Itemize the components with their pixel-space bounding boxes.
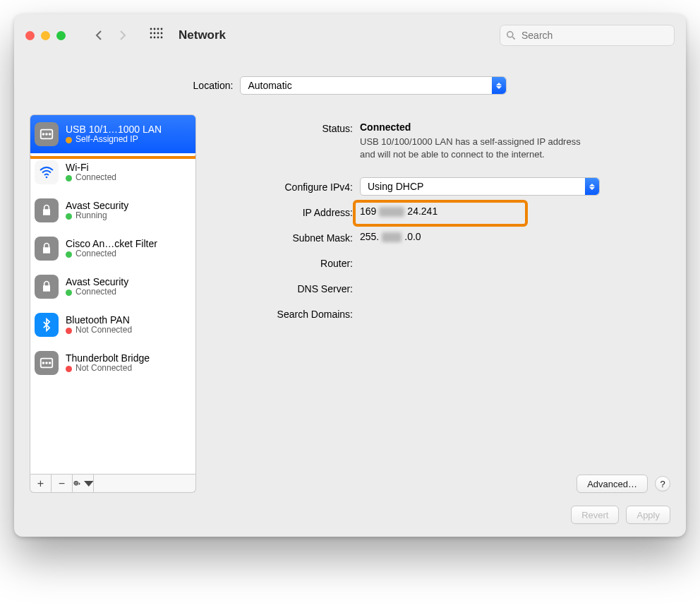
redacted-segment: [379, 207, 404, 217]
status-dot-icon: [66, 137, 72, 143]
dns-server-value: [360, 282, 670, 294]
search-input[interactable]: [500, 25, 675, 46]
subnet-mask-label: Subnet Mask:: [212, 231, 353, 244]
remove-interface-button[interactable]: −: [52, 475, 73, 492]
interface-status: Not Connected: [76, 364, 132, 374]
interface-actions-button[interactable]: [73, 475, 94, 492]
interface-name: Cisco An…cket Filter: [66, 238, 157, 249]
revert-button[interactable]: Revert: [571, 506, 619, 524]
svg-point-2: [157, 28, 159, 30]
interface-name: Avast Security: [66, 276, 128, 287]
configure-ipv4-label: Configure IPv4:: [212, 180, 353, 193]
svg-point-15: [43, 133, 44, 135]
interface-status: Connected: [76, 287, 116, 297]
svg-point-6: [157, 32, 159, 35]
status-description: USB 10/100/1000 LAN has a self-assigned …: [360, 136, 593, 160]
lock-icon: [35, 198, 59, 222]
status-label: Status:: [212, 121, 353, 172]
dns-server-label: DNS Server:: [212, 282, 353, 294]
router-label: Router:: [212, 256, 353, 269]
svg-point-5: [154, 32, 156, 35]
ethernet-icon: [35, 351, 59, 375]
window-toolbar: Network: [14, 14, 686, 56]
svg-point-3: [161, 28, 163, 30]
lock-icon: [35, 237, 59, 261]
sidebar-tools: + −: [30, 475, 196, 493]
search-field-wrap: [500, 25, 675, 46]
configure-ipv4-popup[interactable]: Using DHCP: [360, 177, 600, 196]
svg-point-8: [150, 37, 152, 39]
help-button[interactable]: ?: [655, 476, 670, 491]
svg-point-21: [46, 362, 47, 364]
status-dot-icon: [66, 366, 72, 372]
svg-point-11: [161, 37, 163, 39]
subnet-mask-suffix: .0.0: [404, 231, 421, 242]
location-row: Location: Automatic: [30, 76, 670, 95]
status-dot-icon: [66, 175, 72, 181]
status-dot-icon: [66, 290, 72, 296]
footer-buttons: Revert Apply: [30, 493, 670, 524]
router-value: [360, 256, 670, 269]
interface-item-wifi[interactable]: Wi-Fi Connected: [30, 153, 195, 191]
svg-point-17: [49, 133, 51, 135]
svg-point-10: [157, 37, 159, 39]
window-title: Network: [179, 28, 226, 42]
location-popup[interactable]: Automatic: [240, 76, 507, 95]
forward-button[interactable]: [111, 23, 135, 47]
interface-status: Connected: [76, 249, 116, 259]
zoom-window[interactable]: [56, 31, 66, 40]
show-all-icon[interactable]: [149, 27, 163, 44]
subnet-mask-prefix: 255.: [360, 231, 379, 242]
apply-button[interactable]: Apply: [626, 506, 670, 524]
traffic-lights: [25, 31, 66, 40]
interface-item-cisco[interactable]: Cisco An…cket Filter Connected: [30, 230, 195, 268]
bluetooth-icon: [35, 313, 59, 337]
status-dot-icon: [66, 251, 72, 258]
interface-name: Thunderbolt Bridge: [66, 352, 150, 364]
interface-item-thunderbolt[interactable]: Thunderbolt Bridge Not Connected: [30, 344, 195, 382]
svg-marker-24: [84, 480, 94, 486]
interface-item-avast-1[interactable]: Avast Security Running: [30, 191, 195, 230]
interface-status: Connected: [76, 173, 116, 183]
svg-point-12: [507, 32, 513, 37]
status-dot-icon: [66, 328, 72, 334]
status-dot-icon: [66, 213, 72, 220]
back-button[interactable]: [87, 23, 111, 47]
chevron-updown-icon: [585, 178, 599, 195]
svg-point-9: [154, 37, 156, 39]
ethernet-icon: [35, 122, 59, 146]
interface-item-avast-2[interactable]: Avast Security Connected: [30, 268, 195, 306]
status-value: Connected: [360, 121, 411, 133]
configure-ipv4-value: Using DHCP: [368, 181, 423, 192]
ip-address-value-prefix: 169: [360, 205, 376, 217]
svg-point-7: [161, 32, 163, 35]
svg-point-18: [46, 177, 48, 179]
svg-point-16: [46, 133, 47, 135]
svg-point-22: [49, 362, 51, 364]
interface-item-bluetooth[interactable]: Bluetooth PAN Not Connected: [30, 306, 195, 344]
interface-list[interactable]: USB 10/1…1000 LAN Self-Assigned IP Wi-Fi…: [30, 114, 196, 475]
interface-status: Not Connected: [76, 326, 132, 335]
chevron-updown-icon: [492, 77, 506, 94]
svg-point-20: [43, 362, 44, 364]
interface-name: USB 10/1…1000 LAN: [66, 124, 162, 135]
toolbar-nav: [87, 23, 135, 47]
interface-name: Bluetooth PAN: [66, 314, 132, 326]
interface-item-usb-lan[interactable]: USB 10/1…1000 LAN Self-Assigned IP: [30, 115, 195, 153]
search-domains-label: Search Domains:: [212, 307, 353, 320]
search-domains-value: [360, 307, 670, 320]
location-value: Automatic: [248, 80, 291, 91]
redacted-segment: [382, 232, 402, 242]
svg-point-4: [150, 32, 152, 35]
location-label: Location:: [193, 80, 234, 91]
lock-icon: [35, 275, 59, 299]
add-interface-button[interactable]: +: [30, 475, 52, 492]
search-icon: [505, 30, 517, 41]
interface-status: Running: [76, 211, 107, 221]
minimize-window[interactable]: [41, 31, 50, 40]
interface-details: Status: Connected USB 10/100/1000 LAN ha…: [212, 114, 670, 493]
ip-address-value-suffix: 24.241: [407, 205, 438, 217]
close-window[interactable]: [25, 31, 35, 40]
ip-address-label: IP Address:: [212, 205, 353, 218]
advanced-button[interactable]: Advanced…: [577, 475, 648, 493]
